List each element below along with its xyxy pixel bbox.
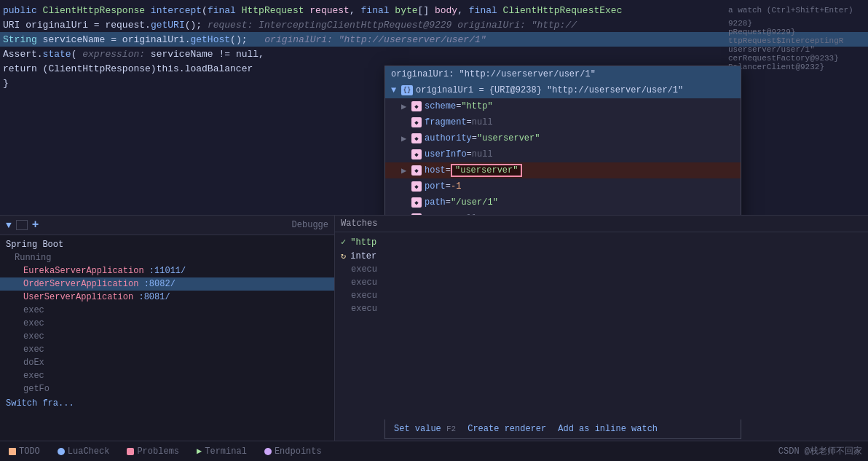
indent bbox=[391, 117, 401, 127]
watch-item-checked[interactable]: ✓ "http bbox=[335, 235, 868, 249]
expand-icon: ▶ bbox=[401, 165, 411, 176]
indent bbox=[391, 165, 401, 176]
thread-app-name: EurekaServerApplication :11011/ bbox=[6, 266, 186, 276]
field-icon: ◆ bbox=[411, 181, 422, 192]
watches-hint-area: a watch (Ctrl+Shift+Enter) 9228} pReques… bbox=[722, 0, 868, 77]
switch-frames-link[interactable]: Switch fra... bbox=[0, 395, 334, 411]
tree-node-host[interactable]: ▶ ◆ host = "userserver" bbox=[385, 162, 741, 178]
field-icon: ◆ bbox=[411, 149, 422, 159]
stack-frame[interactable]: exec bbox=[0, 343, 334, 356]
watch-entries: 9228} pRequest@9229} ttpRequest$Intercep… bbox=[728, 19, 862, 71]
debug-right-panel: Watches ✓ "http ↻ inter execu execu exec… bbox=[335, 216, 868, 441]
tree-root-node[interactable]: ▼ {} originalUri = {URI@9238} "http://us… bbox=[385, 82, 741, 98]
filter-icon[interactable]: ▼ bbox=[6, 220, 12, 231]
tree-node-userinfo[interactable]: ◆ userInfo = null bbox=[385, 146, 741, 162]
stack-frame[interactable]: exec bbox=[0, 317, 334, 330]
field-icon: ◆ bbox=[411, 133, 422, 143]
watches-content: ✓ "http ↻ inter execu execu execu execu bbox=[335, 232, 868, 441]
tree-node-authority[interactable]: ▶ ◆ authority = "userserver" bbox=[385, 130, 741, 146]
watch-item[interactable]: execu bbox=[335, 263, 868, 276]
lua-icon bbox=[58, 448, 65, 455]
refresh-icon: ↻ bbox=[341, 251, 346, 261]
watch-entry: 9228} bbox=[728, 19, 862, 28]
expand-icon bbox=[401, 197, 411, 208]
watch-value: inter bbox=[350, 251, 376, 261]
tree-node-query[interactable]: ◆ query = null bbox=[385, 210, 741, 215]
thread-running[interactable]: Running bbox=[0, 251, 334, 264]
expand-icon bbox=[401, 117, 411, 127]
thread-status: Running bbox=[6, 253, 51, 263]
tab-todo-label: TODO bbox=[19, 446, 40, 457]
debug-panel: ▼ + Debugge Spring Boot Running EurekaSe… bbox=[0, 215, 868, 441]
status-right-text: CSDN @栈老师不回家 bbox=[778, 445, 862, 457]
add-inline-watch-label: Add as inline watch bbox=[558, 424, 658, 434]
thread-name: Spring Boot bbox=[6, 240, 63, 250]
indent bbox=[391, 101, 401, 111]
tree-node-port[interactable]: ◆ port = -1 bbox=[385, 178, 741, 194]
watch-entry: pRequest@9229} bbox=[728, 28, 862, 36]
tab-endpoints-label: Endpoints bbox=[275, 446, 322, 457]
watch-item[interactable]: execu bbox=[335, 276, 868, 289]
stack-frame[interactable]: getFo bbox=[0, 382, 334, 395]
tree-action-bar: Set value F2 Create renderer Add as inli… bbox=[384, 419, 741, 439]
create-renderer-link[interactable]: Create renderer bbox=[467, 424, 546, 434]
set-value-key: F2 bbox=[446, 425, 456, 433]
thread-app-name: OrderServerApplication :8082/ bbox=[6, 279, 175, 289]
stack-frame[interactable]: exec bbox=[0, 369, 334, 382]
tab-endpoints[interactable]: Endpoints bbox=[261, 445, 325, 458]
tab-problems[interactable]: Problems bbox=[124, 445, 182, 458]
terminal-icon: ▶ bbox=[197, 446, 202, 457]
tab-terminal[interactable]: ▶ Terminal bbox=[194, 444, 250, 458]
editor-container: public ClientHttpResponse intercept(fina… bbox=[0, 0, 868, 461]
tree-expand-icon[interactable]: ▼ bbox=[391, 85, 401, 95]
frame-icon[interactable] bbox=[16, 220, 28, 230]
indent bbox=[391, 181, 401, 192]
thread-user[interactable]: UserServerApplication :8081/ bbox=[0, 291, 334, 304]
field-icon: ◆ bbox=[411, 197, 422, 208]
debugger-label: Debugge bbox=[292, 220, 328, 230]
tree-node-scheme[interactable]: ▶ ◆ scheme = "http" bbox=[385, 98, 741, 114]
watch-item[interactable]: execu bbox=[335, 302, 868, 315]
watch-item-refresh[interactable]: ↻ inter bbox=[335, 249, 868, 263]
tab-terminal-label: Terminal bbox=[205, 446, 247, 457]
stack-frame[interactable]: exec bbox=[0, 330, 334, 343]
checkmark-icon: ✓ bbox=[341, 237, 346, 248]
tree-node-fragment[interactable]: ◆ fragment = null bbox=[385, 114, 741, 130]
field-icon: ◆ bbox=[411, 165, 422, 176]
expand-icon: ▶ bbox=[401, 133, 411, 144]
expand-icon: ▶ bbox=[401, 101, 411, 112]
stack-frame[interactable]: exec bbox=[0, 304, 334, 317]
watch-entry: cerRequestFactory@9233} bbox=[728, 54, 862, 63]
stack-frame[interactable]: doEx bbox=[0, 356, 334, 369]
thread-app-name: UserServerApplication :8081/ bbox=[6, 292, 170, 302]
field-icon: ◆ bbox=[411, 101, 422, 111]
thread-order[interactable]: OrderServerApplication :8082/ bbox=[0, 277, 334, 291]
tab-luacheck[interactable]: LuaCheck bbox=[55, 445, 113, 458]
tree-node-path[interactable]: ◆ path = "/user/1" bbox=[385, 194, 741, 210]
add-icon[interactable]: + bbox=[32, 218, 39, 232]
field-icon: ◆ bbox=[411, 213, 422, 215]
debug-toolbar: ▼ + Debugge bbox=[0, 216, 334, 235]
watch-item[interactable]: execu bbox=[335, 289, 868, 302]
set-value-link[interactable]: Set value F2 bbox=[394, 424, 456, 434]
watch-entry: BalancerClient@9232} bbox=[728, 63, 862, 71]
add-inline-watch-link[interactable]: Add as inline watch bbox=[558, 424, 658, 434]
field-icon: ◆ bbox=[411, 117, 422, 127]
problems-icon bbox=[127, 448, 134, 455]
indent bbox=[391, 197, 401, 208]
debug-tree-header: originalUri: "http://userserver/user/1" bbox=[385, 66, 741, 82]
watch-value: "http bbox=[350, 237, 376, 248]
expand-icon bbox=[401, 149, 411, 159]
debug-tree-overlay: originalUri: "http://userserver/user/1" … bbox=[384, 66, 741, 215]
code-area: public ClientHttpResponse intercept(fina… bbox=[0, 0, 868, 215]
watch-entry: ttpRequest$InterceptingR bbox=[728, 36, 862, 45]
expand-icon bbox=[401, 181, 411, 192]
root-type-icon: {} bbox=[401, 85, 413, 95]
thread-spring-boot[interactable]: Spring Boot bbox=[0, 238, 334, 251]
tab-todo[interactable]: TODO bbox=[6, 445, 43, 458]
watches-header: Watches bbox=[335, 216, 868, 232]
indent bbox=[391, 149, 401, 159]
thread-eureka[interactable]: EurekaServerApplication :11011/ bbox=[0, 264, 334, 277]
todo-icon bbox=[9, 448, 16, 455]
watch-hint-text: a watch (Ctrl+Shift+Enter) bbox=[728, 6, 862, 15]
